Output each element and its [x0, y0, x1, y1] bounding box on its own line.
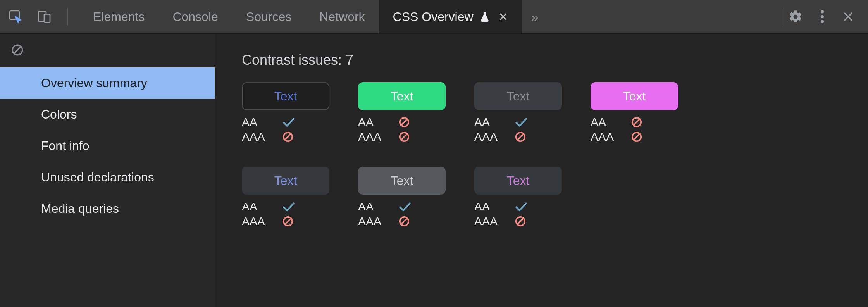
no-sign-icon [398, 116, 410, 128]
contrast-swatch[interactable]: Text [474, 167, 562, 195]
contrast-ratings: AAAAA [591, 116, 642, 143]
panel-tabs: Elements Console Sources Network CSS Ove… [79, 0, 522, 33]
rating-aaa-label: AAA [358, 130, 388, 143]
rating-row-aa: AA [242, 116, 295, 129]
no-sign-icon [282, 131, 294, 143]
no-sign-icon [515, 216, 526, 227]
rating-row-aa: AA [358, 200, 412, 213]
no-sign-icon [282, 216, 294, 227]
contrast-swatch-block: TextAAAAA [242, 82, 329, 143]
sidebar-item-label: Font info [41, 139, 90, 153]
sidebar-item-label: Colors [41, 107, 77, 121]
contrast-swatch[interactable]: Text [474, 82, 562, 110]
contrast-swatch[interactable]: Text [591, 82, 678, 110]
rating-row-aaa: AAA [242, 130, 295, 143]
sidebar-item-font-info[interactable]: Font info [0, 130, 215, 162]
device-toggle-icon[interactable] [36, 9, 52, 24]
sidebar-item-overview-summary[interactable]: Overview summary [0, 67, 215, 99]
kebab-menu-icon[interactable] [820, 9, 825, 24]
no-sign-icon [398, 216, 410, 227]
rating-aa-label: AA [474, 200, 504, 213]
sidebar-item-label: Overview summary [41, 76, 147, 90]
check-icon [282, 117, 295, 128]
contrast-swatch-block: TextAAAAA [358, 82, 446, 143]
rating-aa-label: AA [242, 200, 271, 213]
tab-console[interactable]: Console [158, 0, 232, 33]
rating-aaa-label: AAA [242, 130, 271, 143]
tab-network[interactable]: Network [305, 0, 379, 33]
tab-sources[interactable]: Sources [232, 0, 305, 33]
contrast-swatch-block: TextAAAAA [242, 167, 329, 228]
clear-overview-icon[interactable] [11, 43, 24, 57]
close-tab-icon[interactable]: ✕ [498, 10, 508, 24]
rating-aa-label: AA [242, 116, 271, 129]
contrast-issues-title: Contrast issues: 7 [242, 52, 842, 68]
rating-row-aaa: AAA [358, 215, 412, 228]
sidebar-item-label: Media queries [41, 202, 119, 216]
contrast-swatch-block: TextAAAAA [591, 82, 678, 143]
check-icon [515, 201, 528, 212]
tab-label: Console [172, 10, 218, 24]
rating-row-aaa: AAA [591, 130, 642, 143]
rating-row-aa: AA [591, 116, 642, 129]
rating-row-aa: AA [474, 200, 528, 213]
contrast-ratings: AAAAA [358, 200, 412, 228]
sidebar-item-colors[interactable]: Colors [0, 99, 215, 130]
rating-row-aa: AA [358, 116, 410, 129]
contrast-swatch-block: TextAAAAA [358, 167, 446, 228]
tab-label: Sources [246, 10, 291, 24]
rating-row-aaa: AAA [242, 215, 295, 228]
rating-aa-label: AA [358, 200, 388, 213]
rating-row-aa: AA [474, 116, 528, 129]
topbar-right-icons [788, 9, 860, 24]
divider [67, 8, 68, 26]
contrast-ratings: AAAAA [242, 200, 295, 228]
sidebar-item-label: Unused declarations [41, 170, 154, 184]
contrast-swatch[interactable]: Text [242, 167, 329, 195]
rating-aaa-label: AAA [474, 130, 504, 143]
divider [784, 8, 784, 26]
rating-aa-label: AA [358, 116, 388, 129]
rating-row-aaa: AAA [358, 130, 410, 143]
contrast-swatch[interactable]: Text [242, 82, 329, 110]
contrast-ratings: AAAAA [474, 116, 528, 143]
topbar-left-icons [8, 9, 64, 24]
devtools-topbar: Elements Console Sources Network CSS Ove… [0, 0, 868, 34]
tab-css-overview[interactable]: CSS Overview ✕ [379, 0, 522, 33]
no-sign-icon [631, 116, 642, 128]
check-icon [282, 201, 295, 212]
check-icon [398, 201, 412, 212]
rating-aaa-label: AAA [358, 215, 388, 228]
contrast-ratings: AAAAA [242, 116, 295, 143]
experimental-flask-icon [480, 11, 490, 22]
settings-gear-icon[interactable] [788, 9, 803, 24]
inspect-element-icon[interactable] [8, 9, 23, 24]
contrast-swatch-block: TextAAAAA [474, 82, 562, 143]
rating-row-aa: AA [242, 200, 295, 213]
sidebar-item-unused-declarations[interactable]: Unused declarations [0, 162, 215, 193]
svg-point-3 [821, 10, 824, 13]
svg-point-5 [821, 20, 824, 23]
sidebar-item-media-queries[interactable]: Media queries [0, 193, 215, 224]
check-icon [515, 117, 528, 128]
tab-label: Network [319, 10, 365, 24]
css-overview-content: Contrast issues: 7 TextAAAAATextAAAAATex… [215, 34, 868, 307]
more-tabs-button[interactable]: » [531, 9, 536, 24]
contrast-swatch[interactable]: Text [358, 167, 446, 195]
rating-aaa-label: AAA [242, 215, 271, 228]
svg-point-4 [821, 15, 824, 18]
rating-aa-label: AA [591, 116, 620, 129]
contrast-swatch[interactable]: Text [358, 82, 446, 110]
contrast-swatch-grid: TextAAAAATextAAAAATextAAAAATextAAAAAText… [242, 82, 746, 228]
close-devtools-icon[interactable] [842, 10, 855, 23]
tab-label: Elements [93, 10, 145, 24]
tab-elements[interactable]: Elements [79, 0, 158, 33]
svg-rect-2 [44, 14, 50, 22]
no-sign-icon [631, 131, 642, 143]
css-overview-sidebar: Overview summary Colors Font info Unused… [0, 34, 215, 307]
contrast-ratings: AAAAA [358, 116, 410, 143]
rating-aaa-label: AAA [591, 130, 620, 143]
contrast-ratings: AAAAA [474, 200, 528, 228]
rating-aaa-label: AAA [474, 215, 504, 228]
tab-label: CSS Overview [393, 10, 474, 24]
